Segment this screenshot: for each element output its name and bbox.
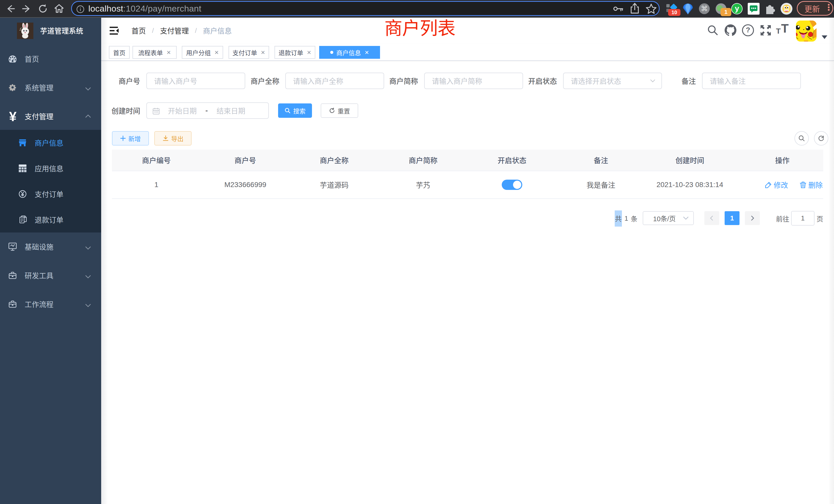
svg-text:y: y <box>735 4 739 13</box>
svg-text:⌘: ⌘ <box>701 5 708 13</box>
svg-text:?: ? <box>746 26 750 34</box>
